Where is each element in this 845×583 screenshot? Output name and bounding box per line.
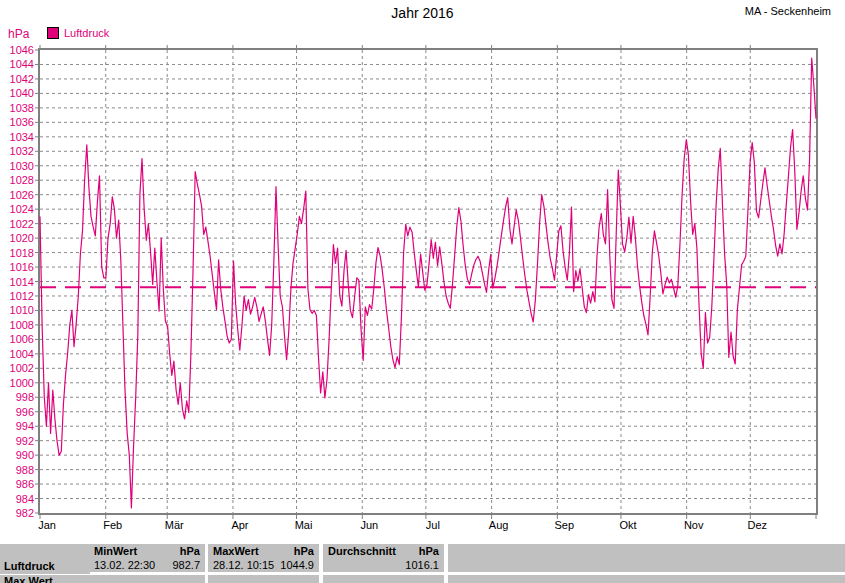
max-value: 1044.9: [280, 559, 314, 571]
y-axis-label: 1018: [10, 247, 34, 259]
min-value: 982.7: [172, 559, 200, 571]
stats-empty-cell: [448, 544, 845, 572]
y-axis-label: 1020: [10, 232, 34, 244]
x-axis-month-label: Dez: [747, 519, 767, 531]
y-axis-label: 988: [16, 464, 34, 476]
stats-next-row-cell: [448, 575, 845, 583]
y-axis-label: 1034: [10, 131, 34, 143]
max-datetime: 28.12. 10:15: [213, 559, 274, 571]
x-axis-month-label: Sep: [555, 519, 575, 531]
min-unit: hPa: [180, 545, 200, 557]
y-axis-label: 1012: [10, 290, 34, 302]
avg-header: Durchschnitt: [328, 545, 396, 557]
y-axis-label: 1044: [10, 58, 34, 70]
x-axis-month-label: Mär: [165, 519, 184, 531]
stats-next-row-label: Max.Wert: [0, 575, 90, 583]
stats-min-cell: MinWerthPa 13.02. 22:30982.7: [89, 544, 205, 572]
x-axis-month-label: Mai: [295, 519, 313, 531]
x-axis-month-label: Nov: [684, 519, 704, 531]
y-axis-label: 1024: [10, 203, 34, 215]
y-axis-label: 1006: [10, 333, 34, 345]
min-header: MinWert: [94, 545, 137, 557]
y-axis-label: 1008: [10, 319, 34, 331]
y-axis-label: 986: [16, 478, 34, 490]
x-axis-month-label: Feb: [103, 519, 122, 531]
y-axis-label: 1042: [10, 73, 34, 85]
stats-next-row-cell: [89, 575, 205, 583]
min-datetime: 13.02. 22:30: [94, 559, 155, 571]
y-axis-label: 1000: [10, 377, 34, 389]
y-axis-label: 1026: [10, 189, 34, 201]
y-axis-label: 982: [16, 507, 34, 519]
y-axis-label: 1032: [10, 145, 34, 157]
x-axis-month-label: Aug: [489, 519, 509, 531]
y-axis-label: 1030: [10, 160, 34, 172]
pressure-chart[interactable]: 9829849869889909929949969981000100210041…: [0, 0, 845, 540]
y-axis-label: 1014: [10, 276, 34, 288]
y-axis-label: 1016: [10, 261, 34, 273]
max-unit: hPa: [294, 545, 314, 557]
y-axis-label: 1038: [10, 102, 34, 114]
y-axis-label: 984: [16, 493, 34, 505]
y-axis-label: 992: [16, 435, 34, 447]
y-axis-label: 1004: [10, 348, 34, 360]
stats-row-label: Luftdruck: [0, 544, 90, 574]
stats-next-row-cell: [208, 575, 319, 583]
y-axis-label: 1040: [10, 87, 34, 99]
y-axis-label: 1022: [10, 218, 34, 230]
y-axis-label: 996: [16, 406, 34, 418]
y-axis-label: 1036: [10, 116, 34, 128]
stats-next-row-cell: [323, 575, 444, 583]
avg-unit: hPa: [419, 545, 439, 557]
x-axis-month-label: Apr: [231, 519, 248, 531]
y-axis-label: 994: [16, 420, 34, 432]
y-axis-label: 990: [16, 449, 34, 461]
y-axis-label: 1028: [10, 174, 34, 186]
stats-max-cell: MaxWerthPa 28.12. 10:151044.9: [208, 544, 319, 572]
x-axis-month-label: Jul: [426, 519, 440, 531]
avg-value: 1016.1: [405, 559, 439, 571]
y-axis-label: 1010: [10, 304, 34, 316]
x-axis-month-label: Jun: [360, 519, 378, 531]
x-axis-month-label: Jan: [38, 519, 56, 531]
stats-avg-cell: DurchschnitthPa 1016.1: [323, 544, 444, 572]
y-axis-label: 1002: [10, 362, 34, 374]
x-axis-month-label: Okt: [619, 519, 636, 531]
y-axis-label: 998: [16, 391, 34, 403]
y-axis-label: 1046: [10, 44, 34, 56]
max-header: MaxWert: [213, 545, 259, 557]
